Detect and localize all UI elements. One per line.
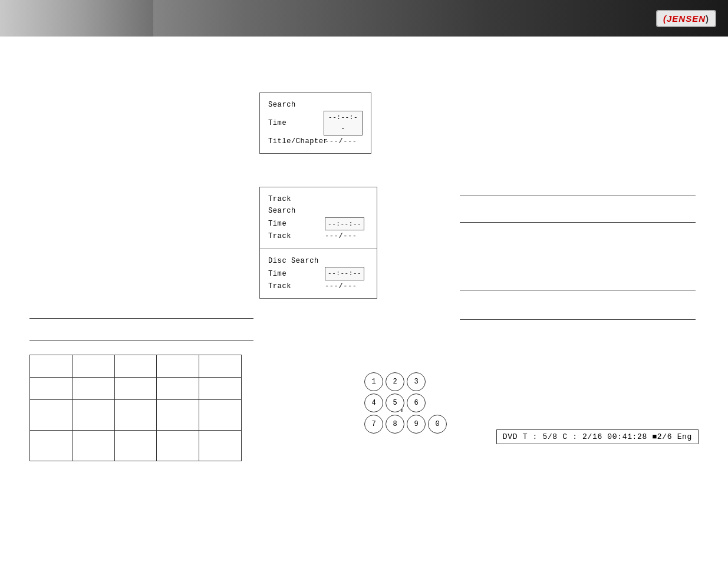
num-btn-7[interactable]: 7 <box>364 415 383 434</box>
table-cell <box>72 378 114 400</box>
panel-title-row: Search <box>268 99 363 111</box>
brand-name: JENSEN <box>667 14 706 24</box>
table-cell <box>199 431 242 461</box>
table-row <box>30 355 242 378</box>
table-cell <box>72 431 114 461</box>
table-cell <box>199 378 242 400</box>
search-time-panel: Search Time --:--:-- Title/Chapter ---/-… <box>259 92 371 154</box>
track-search-title: Track Search <box>268 193 321 217</box>
track-search-panel: Track Search Time --:--:-- Track ---/--- <box>259 187 377 249</box>
table-cell <box>114 431 157 461</box>
numpad-row-1: 1 2 3 <box>364 372 447 391</box>
disc-search-panel: Disc Search Time --:--:-- Track ---/--- <box>259 249 377 299</box>
table-cell <box>114 400 157 431</box>
disc-search-title: Disc Search <box>268 255 321 267</box>
main-content: Search Time --:--:-- Title/Chapter ---/-… <box>0 37 728 562</box>
brand-logo: (JENSEN) <box>656 10 716 27</box>
disc-time-row: Time --:--:-- <box>268 267 368 280</box>
track-time-label: Time <box>268 218 321 230</box>
track-label: Track <box>268 230 321 242</box>
num-btn-8[interactable]: 8 <box>386 415 404 434</box>
time-value[interactable]: --:--:-- <box>324 111 363 135</box>
disc-time-label: Time <box>268 268 321 280</box>
disc-search-title-row: Disc Search <box>268 255 368 267</box>
num-btn-4[interactable]: 4 <box>364 394 383 412</box>
table-cell <box>72 400 114 431</box>
right-divider-3 <box>460 290 696 290</box>
table-cell <box>157 400 199 431</box>
table-cell <box>30 431 73 461</box>
num-btn-6[interactable]: 6 <box>407 394 426 412</box>
num-btn-1[interactable]: 1 <box>364 372 383 391</box>
time-row: Time --:--:-- <box>268 111 363 135</box>
track-row: Track ---/--- <box>268 230 368 242</box>
numpad: 1 2 3 4 5m 6 7 8 9 0 <box>364 372 447 436</box>
disc-time-value[interactable]: --:--:-- <box>325 267 364 280</box>
track-search-title-row: Track Search <box>268 193 368 217</box>
left-divider-2 <box>29 340 253 340</box>
num-btn-2[interactable]: 2 <box>386 372 404 391</box>
header-bar: (JENSEN) <box>0 0 728 37</box>
title-chapter-label: Title/Chapter <box>268 135 321 147</box>
table-cell <box>114 378 157 400</box>
disc-track-row: Track ---/--- <box>268 280 368 292</box>
panel-title: Search <box>268 99 321 111</box>
disc-track-label: Track <box>268 280 321 292</box>
disc-track-value: ---/--- <box>325 280 357 292</box>
num-btn-3[interactable]: 3 <box>407 372 426 391</box>
status-text: DVD T : 5/8 C : 2/16 00:41:28 ■2/6 Eng <box>503 432 692 441</box>
left-divider-1 <box>29 318 253 319</box>
right-divider-4 <box>460 319 696 320</box>
num-btn-5-sublabel: m <box>401 408 403 413</box>
num-btn-0[interactable]: 0 <box>428 415 447 434</box>
title-chapter-value: ---/--- <box>325 135 357 147</box>
table-cell <box>199 400 242 431</box>
table-cell <box>157 355 199 378</box>
table-row <box>30 400 242 431</box>
numpad-row-2: 4 5m 6 <box>364 394 447 412</box>
right-divider-1 <box>460 196 696 196</box>
table-cell <box>30 355 73 378</box>
table-cell <box>72 355 114 378</box>
table-cell <box>30 378 73 400</box>
status-bar: DVD T : 5/8 C : 2/16 00:41:28 ■2/6 Eng <box>496 429 699 444</box>
table-cell <box>199 355 242 378</box>
table-cell <box>114 355 157 378</box>
table-cell <box>30 400 73 431</box>
table-cell <box>157 431 199 461</box>
track-value: ---/--- <box>325 230 357 242</box>
data-table-section <box>29 355 242 461</box>
data-table <box>29 355 242 461</box>
right-divider-2 <box>460 222 696 223</box>
track-time-value[interactable]: --:--:-- <box>325 217 364 231</box>
table-row <box>30 378 242 400</box>
title-chapter-row: Title/Chapter ---/--- <box>268 135 363 147</box>
time-label: Time <box>268 117 320 129</box>
track-time-row: Time --:--:-- <box>268 217 368 231</box>
table-cell <box>157 378 199 400</box>
table-row <box>30 431 242 461</box>
num-btn-9[interactable]: 9 <box>407 415 426 434</box>
numpad-row-3: 7 8 9 0 <box>364 415 447 434</box>
num-btn-5[interactable]: 5m <box>386 394 404 412</box>
